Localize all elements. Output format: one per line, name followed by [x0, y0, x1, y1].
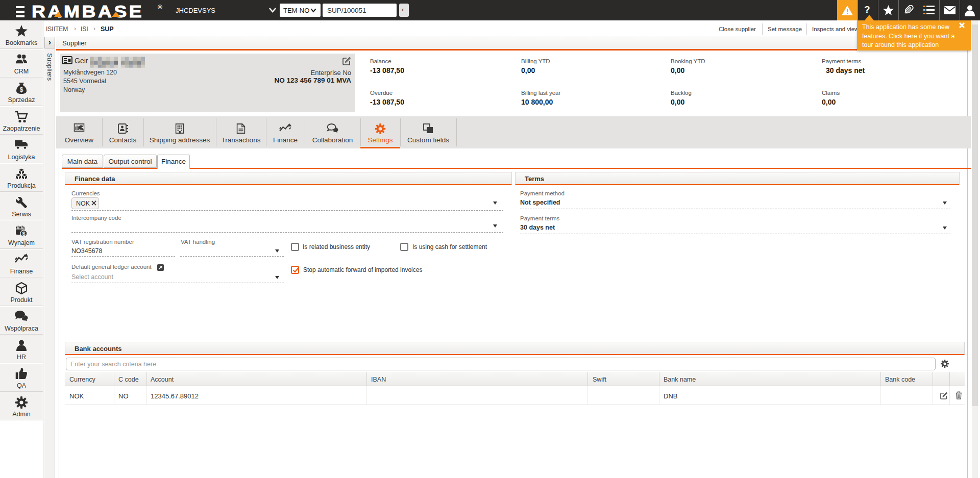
svg-text:$: $ — [22, 231, 25, 237]
svg-text:$: $ — [20, 86, 23, 93]
